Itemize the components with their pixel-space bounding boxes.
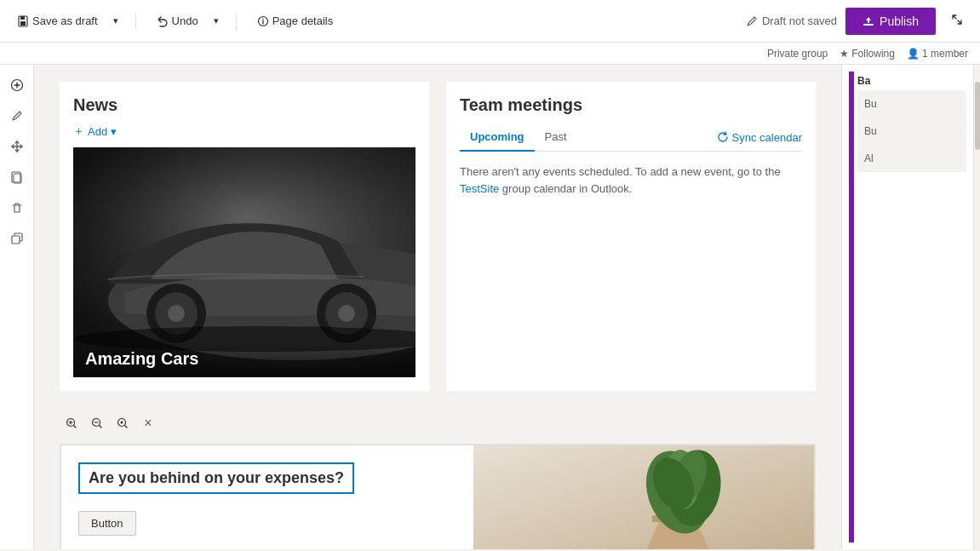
delete-icon[interactable] bbox=[3, 194, 31, 221]
copy-icon[interactable] bbox=[3, 225, 31, 252]
pages-icon[interactable] bbox=[3, 164, 31, 191]
group-bar: Private group ★ Following 👤 1 member bbox=[0, 43, 980, 65]
undo-icon bbox=[157, 15, 169, 27]
tab-past[interactable]: Past bbox=[535, 123, 577, 152]
svg-rect-6 bbox=[863, 24, 874, 26]
add-section-icon[interactable] bbox=[3, 72, 31, 99]
edit-icon[interactable] bbox=[3, 102, 31, 129]
cta-text[interactable]: Are you behind on your expenses? bbox=[78, 462, 354, 494]
news-image-caption: Amazing Cars bbox=[73, 341, 415, 377]
divider bbox=[135, 13, 136, 30]
person-icon: 👤 bbox=[907, 48, 920, 60]
team-tabs: Upcoming Past Sync calendar bbox=[460, 123, 802, 152]
save-draft-label: Save as draft bbox=[32, 14, 98, 27]
svg-line-31 bbox=[125, 426, 128, 428]
news-image-container: Amazing Cars bbox=[73, 147, 415, 377]
top-bar-left: Save as draft ▾ Undo ▾ Page details bbox=[10, 11, 340, 31]
right-panel-item-1[interactable]: Bu bbox=[857, 90, 966, 118]
zoom-fit-button[interactable] bbox=[111, 411, 135, 435]
add-news-row[interactable]: ＋ Add ▾ bbox=[73, 123, 415, 139]
save-icon bbox=[17, 15, 29, 27]
members-label: 👤 1 member bbox=[907, 48, 968, 60]
page-details-label: Page details bbox=[272, 14, 334, 27]
cta-button[interactable]: Button bbox=[78, 511, 136, 536]
cta-content: Are you behind on your expenses? Button bbox=[61, 445, 814, 549]
publish-icon bbox=[863, 15, 874, 27]
expand-button[interactable] bbox=[944, 10, 970, 32]
add-icon: ＋ bbox=[73, 123, 84, 139]
right-panel: Ba Bu Bu Al bbox=[841, 65, 973, 549]
zoom-in-button[interactable] bbox=[60, 411, 83, 435]
sync-calendar-button[interactable]: Sync calendar bbox=[717, 131, 802, 144]
cta-section: Are you behind on your expenses? Button bbox=[60, 444, 816, 549]
undo-button[interactable]: Undo bbox=[150, 11, 205, 31]
svg-point-32 bbox=[121, 422, 123, 424]
tab-upcoming[interactable]: Upcoming bbox=[460, 123, 535, 152]
purple-accent-bar bbox=[849, 72, 854, 542]
testsite-link[interactable]: TestSite bbox=[460, 182, 499, 195]
team-meetings-section: Team meetings Upcoming Past Sync calenda… bbox=[446, 82, 816, 391]
add-label: Add bbox=[88, 125, 107, 138]
draft-icon bbox=[746, 15, 758, 27]
star-icon: ★ bbox=[840, 48, 849, 60]
divider2 bbox=[236, 13, 237, 30]
undo-label: Undo bbox=[172, 14, 198, 27]
group-type: Private group bbox=[767, 48, 828, 60]
top-bar: Save as draft ▾ Undo ▾ Page details Draf… bbox=[0, 0, 980, 43]
team-meetings-title: Team meetings bbox=[460, 95, 802, 115]
news-section: News ＋ Add ▾ bbox=[60, 82, 429, 391]
right-panel-item-3[interactable]: Al bbox=[857, 145, 966, 172]
svg-point-5 bbox=[262, 18, 263, 19]
svg-rect-2 bbox=[20, 16, 25, 20]
scrollbar[interactable] bbox=[973, 65, 980, 549]
no-events-text: There aren't any events scheduled. To ad… bbox=[460, 164, 802, 197]
zoom-controls: × bbox=[60, 408, 816, 439]
expand-icon bbox=[951, 14, 963, 26]
following-label[interactable]: ★ Following bbox=[840, 48, 895, 60]
content-area: News ＋ Add ▾ bbox=[34, 65, 841, 549]
undo-chevron[interactable]: ▾ bbox=[210, 12, 222, 30]
svg-line-24 bbox=[74, 426, 77, 428]
right-panel-item-2[interactable]: Bu bbox=[857, 118, 966, 145]
main-layout: News ＋ Add ▾ bbox=[0, 65, 980, 549]
news-title: News bbox=[73, 95, 415, 115]
left-toolbar bbox=[0, 65, 34, 549]
zoom-out-button[interactable] bbox=[85, 411, 109, 435]
draft-status: Draft not saved bbox=[746, 14, 837, 27]
page-details-icon bbox=[257, 15, 269, 27]
svg-line-28 bbox=[100, 426, 102, 428]
close-zoom-button[interactable]: × bbox=[136, 411, 160, 435]
group-info: Private group ★ Following 👤 1 member bbox=[767, 48, 968, 60]
cta-wrapper: Are you behind on your expenses? Button bbox=[60, 444, 816, 549]
top-bar-right: Draft not saved Publish bbox=[746, 8, 970, 35]
save-draft-chevron[interactable]: ▾ bbox=[110, 12, 122, 30]
svg-point-18 bbox=[168, 305, 185, 322]
sync-icon bbox=[717, 131, 729, 143]
add-chevron: ▾ bbox=[111, 125, 117, 138]
publish-button[interactable]: Publish bbox=[845, 8, 936, 35]
svg-rect-12 bbox=[12, 236, 20, 244]
page-details-button[interactable]: Page details bbox=[250, 11, 341, 31]
scrollbar-thumb[interactable] bbox=[975, 82, 980, 150]
svg-rect-1 bbox=[20, 21, 26, 26]
svg-point-21 bbox=[338, 305, 355, 322]
right-panel-header: Ba bbox=[857, 72, 966, 90]
move-icon[interactable] bbox=[3, 133, 31, 160]
save-draft-button[interactable]: Save as draft bbox=[10, 11, 105, 31]
content-grid: News ＋ Add ▾ bbox=[60, 82, 816, 391]
